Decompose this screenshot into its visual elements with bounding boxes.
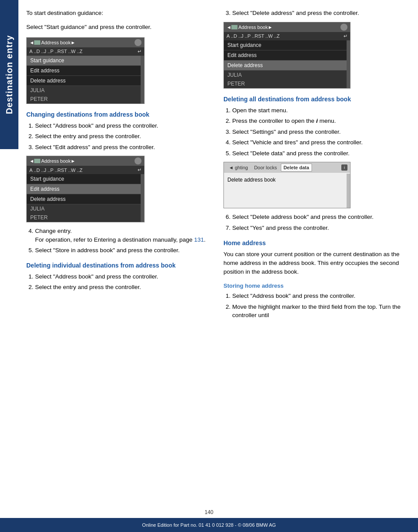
intro-line2: Select "Start guidance" and press the co… — [26, 23, 215, 32]
right-step3: Select "Delete address" and press the co… — [223, 9, 409, 18]
screen-body-r1: Start guidance Edit address Delete addre… — [224, 40, 350, 88]
section3-steps-67: Select "Delete address book" and press t… — [223, 213, 409, 232]
book-icon-2 — [34, 159, 40, 163]
section3-step6: Select "Delete address book" and press t… — [232, 213, 409, 221]
scrollbar-2 — [141, 174, 144, 222]
header-title-1: Address book — [41, 40, 71, 45]
screen-body-2: Start guidance Edit address Delete addre… — [27, 174, 144, 222]
section3-step2: Press the controller to open the i menu. — [232, 117, 409, 125]
menu-item-2-1: Edit address — [27, 184, 144, 194]
list-item-2-0: JULIA — [27, 204, 144, 213]
screen-body-1: Start guidance Edit address Delete addre… — [27, 56, 144, 104]
section2-steps: Select "Address book" and press the cont… — [26, 272, 215, 292]
menu-item-2-0: Start guidance — [27, 174, 144, 184]
i-menu-icon: i — [316, 118, 318, 124]
header-right-arrow-2: ► — [71, 158, 75, 164]
tab-deletedata: Delete data — [281, 164, 312, 171]
settings-icon-r1 — [340, 24, 347, 31]
section1-heading: Changing destinations from address book — [26, 111, 215, 118]
header-right-arrow-1: ► — [71, 40, 75, 45]
enter-icon-2: ↵ — [138, 167, 142, 173]
alpha-row-1: A ..D ..J ..P ..RST ..W ..Z — [29, 49, 82, 54]
bottom-bar: Online Edition for Part no. 01 41 0 012 … — [0, 518, 418, 532]
screen-menu-2: Start guidance Edit address Delete addre… — [27, 174, 144, 204]
section5-step2: Move the highlight marker to the third f… — [232, 303, 409, 320]
enter-icon-1: ↵ — [138, 49, 142, 54]
list-item-r1-0: JULIA — [224, 71, 350, 79]
screen-menu-r1: Start guidance Edit address Delete addre… — [224, 40, 350, 71]
section1-step2: Select the entry and press the controlle… — [35, 132, 215, 141]
right-step3-item: Select "Delete address" and press the co… — [232, 9, 409, 18]
book-icon-r1 — [231, 25, 237, 29]
section1-step5: Select "Store in address book" and press… — [35, 246, 215, 255]
section3-step3: Select "Settings" and press the controll… — [232, 128, 409, 136]
section3-heading: Deleting all destinations from address b… — [223, 96, 409, 103]
section5-step1: Select "Address book" and press the cont… — [232, 292, 409, 300]
section4-body: You can store your current position or t… — [223, 250, 409, 277]
settings-icon-2 — [135, 157, 142, 164]
section3-step5: Select "Delete data" and press the contr… — [232, 149, 409, 158]
book-icon-1 — [34, 40, 40, 45]
screen-delete-body: Delete address book — [224, 173, 350, 208]
header-title-r1: Address book — [238, 25, 268, 30]
menu-item-r1-1: Edit address — [224, 50, 350, 61]
scrollbar-r1 — [347, 40, 350, 88]
left-column: To start destination guidance: Select "S… — [26, 9, 215, 324]
screen-alpha-1: A ..D ..J ..P ..RST ..W ..Z ↵ — [27, 47, 144, 56]
section2-heading: Deleting individual destinations from ad… — [26, 262, 215, 269]
delete-scrollbar — [347, 174, 350, 208]
header-right-arrow-r1: ► — [268, 25, 273, 30]
alpha-row-2: A ..D ..J ..P ..RST ..W ..Z — [29, 168, 82, 173]
page-link-131[interactable]: 131 — [194, 236, 204, 243]
list-item-2-1: PETER — [27, 213, 144, 222]
page-number: 140 — [205, 509, 213, 515]
enter-icon-r1: ↵ — [344, 33, 347, 39]
settings-icon-1 — [135, 39, 142, 46]
screen-mock-delete: ◄ ghting Door locks Delete data i Delete… — [223, 162, 351, 208]
header-left-arrow-r1: ◄ — [227, 25, 231, 30]
screen-mock-right-top: ◄ Address book ► A ..D ..J ..P ..RST ..W… — [223, 22, 351, 89]
header-left-arrow-1: ◄ — [29, 40, 34, 45]
alpha-row-r1: A ..D ..J ..P ..RST ..W ..Z — [227, 33, 280, 39]
menu-item-r1-0: Start guidance — [224, 40, 350, 50]
screen-alpha-r1: A ..D ..J ..P ..RST ..W ..Z ↵ — [224, 32, 350, 40]
intro-line1: To start destination guidance: — [26, 9, 215, 18]
main-content: To start destination guidance: Select "S… — [22, 0, 418, 350]
screen-delete-header: ◄ ghting Door locks Delete data i — [224, 162, 350, 173]
section3-step4: Select "Vehicle and tires" and press the… — [232, 138, 409, 147]
screen-menu-1: Start guidance Edit address Delete addre… — [27, 56, 144, 86]
section3-step1: Open the start menu. — [232, 106, 409, 115]
section3-steps: Open the start menu. Press the controlle… — [223, 106, 409, 158]
tab-doorlocks: Door locks — [252, 164, 279, 171]
list-item-1-0: JULIA — [27, 86, 144, 95]
menu-item-1-2: Delete address — [27, 76, 144, 86]
right-column: Select "Delete address" and press the co… — [223, 9, 409, 324]
menu-item-r1-2: Delete address — [224, 61, 350, 71]
scrollbar-1 — [141, 56, 144, 104]
bottom-bar-text: Online Edition for Part no. 01 41 0 012 … — [142, 522, 276, 528]
screen-mock-top-left: ◄ Address book ► A ..D ..J ..P ..RST ..W… — [26, 37, 145, 104]
screen-header-1: ◄ Address book ► — [27, 38, 144, 47]
header-title-2: Address book — [41, 158, 71, 164]
list-item-1-1: PETER — [27, 95, 144, 104]
section2-step2: Select the entry and press the controlle… — [35, 283, 215, 292]
section5-heading: Storing home address — [223, 282, 409, 289]
section1-step3: Select "Edit address" and press the cont… — [35, 143, 215, 152]
section4-heading: Home address — [223, 239, 409, 246]
section2-step1: Select "Address book" and press the cont… — [35, 272, 215, 281]
screen-mock-left-2: ◄ Address book ► A ..D ..J ..P ..RST ..W… — [26, 156, 145, 222]
section1-step4: Change entry. For operation, refer to En… — [35, 227, 215, 244]
section5-steps: Select "Address book" and press the cont… — [223, 292, 409, 320]
side-tab: Destination entry — [0, 0, 18, 149]
info-icon-delete: i — [341, 164, 347, 171]
tab-ghting: ◄ ghting — [227, 164, 250, 171]
section1-steps-4-5: Change entry. For operation, refer to En… — [26, 227, 215, 255]
screen-header-2: ◄ Address book ► — [27, 156, 144, 166]
menu-item-1-1: Edit address — [27, 66, 144, 76]
screen-alpha-2: A ..D ..J ..P ..RST ..W ..Z ↵ — [27, 166, 144, 174]
menu-item-1-0: Start guidance — [27, 56, 144, 66]
screen-header-r1: ◄ Address book ► — [224, 22, 350, 32]
menu-item-2-2: Delete address — [27, 194, 144, 204]
step4-note: For operation, refer to Entering a desti… — [35, 236, 215, 244]
list-item-r1-1: PETER — [224, 79, 350, 88]
